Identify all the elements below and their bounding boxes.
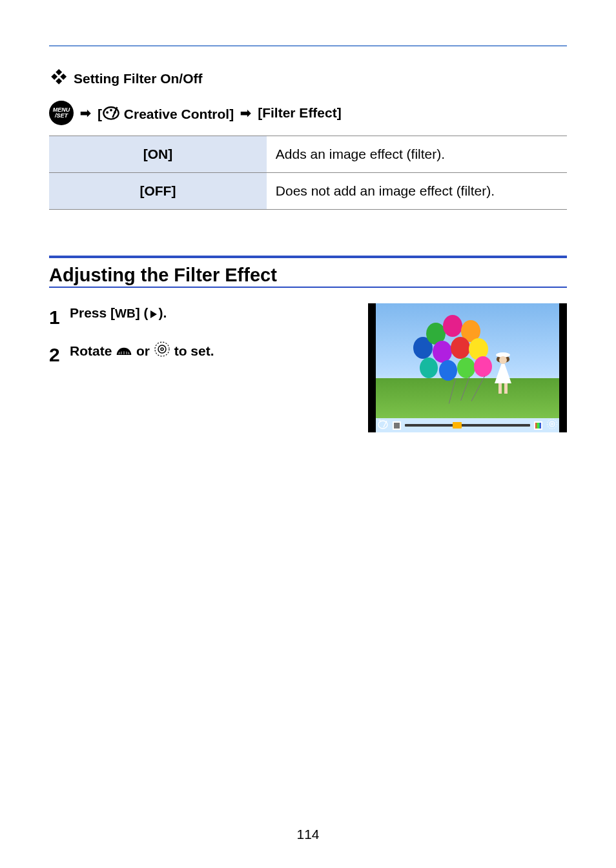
svg-point-15: [161, 348, 163, 350]
preview-column: +: [368, 303, 567, 432]
control-dial-icon: [546, 418, 558, 432]
filter-onoff-table: [ON] Adds an image effect (filter). [OFF…: [49, 136, 567, 210]
preview-frame: +: [368, 303, 567, 432]
preview-person: [495, 356, 511, 394]
menu-creative-control-label: Creative Control]: [124, 106, 234, 121]
play-right-icon: [149, 305, 159, 325]
subtitle-text: Setting Filter On/Off: [74, 71, 203, 86]
svg-text:+: +: [378, 418, 381, 423]
adjusting-filter-section: Adjusting the Filter Effect 1 Press [WB]…: [49, 256, 567, 432]
step1-text-c: ).: [159, 305, 167, 320]
svg-point-6: [110, 108, 112, 111]
preview-black-bar: [368, 303, 376, 432]
menu-path: MENU/SET ➡ [ Creative Control] ➡ [Filter…: [49, 101, 567, 125]
open-bracket: [: [98, 106, 102, 121]
heading-rule: [49, 287, 567, 288]
table-row: [OFF] Does not add an image effect (filt…: [49, 173, 567, 210]
steps-column: 1 Press [WB] (). 2 Rotate or to set.: [49, 303, 350, 432]
svg-point-13: [155, 342, 169, 356]
page-number: 114: [0, 827, 616, 842]
step1-text-b: ] (: [136, 305, 149, 320]
setting-key: [OFF]: [49, 173, 267, 210]
step-number: 2: [49, 341, 63, 369]
setting-value: Does not add an image effect (filter).: [267, 173, 567, 210]
step2-text-b: to set.: [170, 343, 214, 358]
step-number: 1: [49, 303, 63, 332]
wb-icon: WB: [115, 307, 136, 320]
filter-slider-strip: +: [368, 418, 567, 432]
svg-point-14: [158, 345, 166, 353]
svg-rect-0: [56, 69, 62, 76]
svg-rect-1: [51, 74, 57, 80]
palette-icon: +: [377, 418, 389, 432]
step1-text-a: Press [: [70, 305, 115, 320]
svg-rect-3: [56, 78, 62, 85]
svg-point-20: [551, 423, 553, 425]
menu-filter-effect-label: [Filter Effect]: [258, 105, 342, 121]
table-row: [ON] Adds an image effect (filter).: [49, 136, 567, 173]
setting-value: Adds an image effect (filter).: [267, 136, 567, 173]
mono-swatch-icon: [393, 421, 401, 430]
filter-slider-track[interactable]: [405, 424, 530, 427]
step2-text-a: Rotate: [70, 343, 116, 358]
balloon-cluster: [407, 311, 497, 395]
front-dial-icon: [116, 343, 132, 363]
setting-key: [ON]: [49, 136, 267, 173]
arrow-icon: ➡: [80, 105, 91, 121]
diamond-bullet-icon: [49, 68, 67, 89]
menu-set-icon: MENU/SET: [49, 101, 74, 125]
preview-black-bar: [559, 303, 567, 432]
top-divider: [49, 45, 567, 46]
arrow-icon: ➡: [240, 105, 251, 121]
step2-text-or: or: [132, 343, 154, 358]
svg-point-19: [549, 421, 555, 427]
palette-icon: [102, 103, 120, 124]
filter-onoff-section: Setting Filter On/Off MENU/SET ➡ [ Creat…: [49, 68, 567, 210]
filter-slider-thumb[interactable]: [453, 422, 462, 429]
svg-point-5: [106, 111, 108, 114]
color-swatch-icon: [534, 421, 542, 430]
svg-rect-2: [60, 74, 67, 80]
control-dial-icon: [154, 341, 170, 363]
svg-point-18: [548, 419, 557, 429]
